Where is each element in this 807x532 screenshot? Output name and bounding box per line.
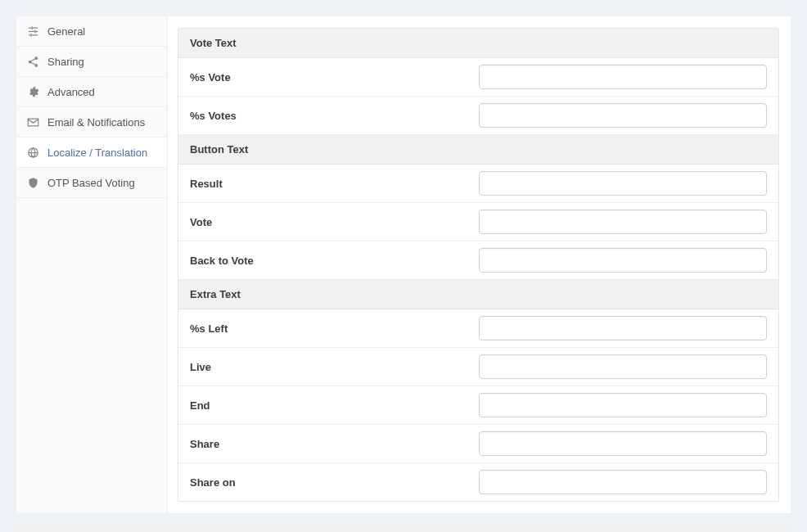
sidebar-item-label: Sharing <box>47 56 84 68</box>
footer-version: ePoll Version 3.1 <box>16 521 791 532</box>
field-input-wrap <box>479 354 768 379</box>
vote-plural-input[interactable] <box>479 103 768 128</box>
sidebar-item-label: General <box>47 25 85 38</box>
gear-icon <box>26 85 39 98</box>
settings-sidebar: General Sharing Advanced Email & Notific… <box>16 16 168 513</box>
field-row: Share <box>178 425 778 463</box>
envelope-icon <box>26 115 39 128</box>
vote-single-input[interactable] <box>479 65 768 89</box>
field-row: Share on <box>178 463 778 501</box>
field-label: %s Left <box>190 322 479 335</box>
settings-panel: General Sharing Advanced Email & Notific… <box>16 16 791 513</box>
share-icon <box>26 55 39 68</box>
field-row: %s Left <box>178 309 778 348</box>
field-input-wrap <box>479 470 768 494</box>
svg-rect-4 <box>28 34 30 35</box>
sidebar-item-advanced[interactable]: Advanced <box>16 77 167 107</box>
left-text-input[interactable] <box>479 316 768 340</box>
svg-point-10 <box>28 60 31 63</box>
field-label: End <box>190 399 479 412</box>
settings-content: Vote Text %s Vote %s Votes Button Text R… <box>168 16 791 513</box>
section-header-button-text: Button Text <box>178 135 778 165</box>
section-header-extra-text: Extra Text <box>178 280 778 309</box>
sidebar-item-otp-voting[interactable]: OTP Based Voting <box>16 168 167 198</box>
field-label: Vote <box>190 216 479 228</box>
field-label: Back to Vote <box>190 255 479 267</box>
field-label: Share <box>190 438 479 450</box>
sidebar-item-email-notifications[interactable]: Email & Notifications <box>16 107 167 138</box>
field-label: Result <box>190 178 479 190</box>
sidebar-item-sharing[interactable]: Sharing <box>16 47 167 77</box>
field-input-wrap <box>479 248 768 273</box>
back-to-vote-button-input[interactable] <box>479 248 768 273</box>
field-label: Share on <box>190 476 479 489</box>
result-button-input[interactable] <box>479 171 768 196</box>
field-input-wrap <box>479 431 768 456</box>
sidebar-item-label: OTP Based Voting <box>47 177 135 189</box>
share-on-text-input[interactable] <box>479 470 768 494</box>
field-label: Live <box>190 361 479 373</box>
svg-rect-3 <box>35 30 38 31</box>
section-header-vote-text: Vote Text <box>178 29 778 58</box>
field-label: %s Vote <box>190 71 479 83</box>
field-row: Back to Vote <box>178 241 778 280</box>
field-row: %s Votes <box>178 97 778 135</box>
svg-rect-0 <box>28 27 31 28</box>
field-input-wrap <box>479 65 768 89</box>
settings-table: Vote Text %s Vote %s Votes Button Text R… <box>178 28 779 502</box>
field-row: Result <box>178 165 778 203</box>
live-text-input[interactable] <box>479 354 768 379</box>
svg-rect-1 <box>32 27 37 28</box>
sidebar-item-label: Advanced <box>47 86 95 98</box>
svg-rect-8 <box>30 34 31 37</box>
field-row: %s Vote <box>178 58 778 97</box>
vote-button-input[interactable] <box>479 210 768 234</box>
sidebar-item-general[interactable]: General <box>16 16 167 47</box>
field-label: %s Votes <box>190 110 479 122</box>
end-text-input[interactable] <box>479 393 768 417</box>
svg-point-11 <box>34 64 38 67</box>
svg-rect-5 <box>31 34 38 35</box>
svg-rect-2 <box>28 30 34 31</box>
field-row: End <box>178 386 778 425</box>
svg-rect-7 <box>34 29 35 33</box>
sidebar-item-label: Localize / Translation <box>47 147 147 159</box>
sliders-icon <box>26 25 39 38</box>
share-text-input[interactable] <box>479 431 768 456</box>
sidebar-item-localize-translation[interactable]: Localize / Translation <box>16 138 167 168</box>
shield-icon <box>26 176 39 189</box>
field-input-wrap <box>479 210 768 234</box>
field-input-wrap <box>479 171 768 196</box>
field-input-wrap <box>479 393 768 417</box>
sidebar-item-label: Email & Notifications <box>47 116 145 128</box>
field-input-wrap <box>479 316 768 340</box>
svg-point-9 <box>34 56 38 60</box>
svg-rect-6 <box>31 26 32 29</box>
field-row: Vote <box>178 203 778 241</box>
field-row: Live <box>178 348 778 386</box>
page-container: General Sharing Advanced Email & Notific… <box>0 0 807 532</box>
field-input-wrap <box>479 103 768 128</box>
globe-icon <box>26 146 39 159</box>
